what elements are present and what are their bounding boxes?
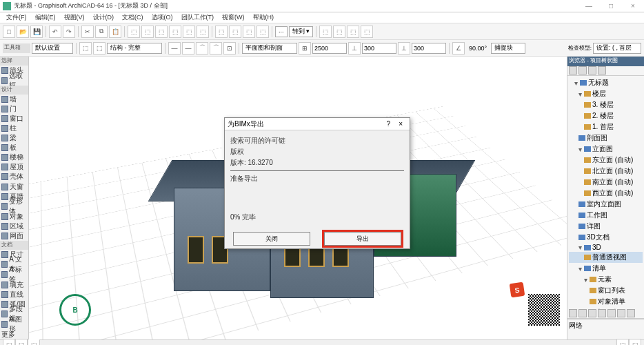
- line-icon[interactable]: —: [182, 42, 194, 55]
- nav-icon[interactable]: [627, 309, 635, 317]
- tool-window[interactable]: 窗口: [0, 114, 28, 124]
- tree-elev[interactable]: 北立面 (自动): [569, 166, 643, 177]
- dropdown[interactable]: ···: [275, 26, 288, 37]
- tool-object[interactable]: 对象: [0, 212, 28, 221]
- pos-combo[interactable]: 设置: ( , 首层: [593, 43, 641, 54]
- menu-options[interactable]: 选项(O): [148, 13, 177, 22]
- tool-marquee[interactable]: 选取框: [0, 75, 28, 86]
- nav-icon[interactable]: [578, 309, 587, 317]
- tree-sections[interactable]: 剖面图: [569, 132, 643, 144]
- tool-icon[interactable]: ⬚: [169, 26, 181, 38]
- tool-skylight[interactable]: 天窗: [0, 182, 28, 192]
- open-icon[interactable]: 📂: [17, 26, 29, 38]
- tool-icon[interactable]: ⬚: [141, 26, 154, 38]
- tool-slab[interactable]: 板: [0, 143, 28, 152]
- tree-elev[interactable]: 南立面 (自动): [569, 177, 643, 188]
- tool-icon[interactable]: ⬚: [215, 26, 228, 38]
- tree-3ddoc[interactable]: 3D文档: [569, 232, 643, 243]
- line-icon[interactable]: ⌒: [210, 42, 222, 55]
- tree-3d[interactable]: ▾3D: [569, 243, 643, 252]
- nav-icon[interactable]: [588, 66, 596, 75]
- menu-teamwork[interactable]: 团队工作(T): [178, 13, 218, 22]
- menu-file[interactable]: 文件(F): [3, 13, 30, 22]
- tool-stair[interactable]: 楼梯: [0, 152, 28, 162]
- save-icon[interactable]: 💾: [30, 26, 43, 38]
- value-input-3[interactable]: [412, 43, 446, 54]
- tool-fill[interactable]: 填充: [0, 280, 28, 290]
- default-settings[interactable]: 默认设置: [32, 43, 73, 54]
- tool-icon[interactable]: ⬚: [128, 26, 140, 38]
- nav-icon[interactable]: [598, 66, 606, 75]
- structure-combo[interactable]: 结构 - 完整: [107, 43, 162, 54]
- close-button[interactable]: 关闭: [233, 232, 310, 246]
- tool-drawing[interactable]: A 图形: [0, 319, 28, 330]
- tool-door[interactable]: 门: [0, 104, 28, 114]
- menu-design[interactable]: 设计(D): [90, 13, 118, 22]
- dim-icon[interactable]: ⊥: [348, 42, 361, 55]
- dialog-close-button[interactable]: ×: [394, 120, 407, 128]
- nav-icon[interactable]: [588, 309, 596, 317]
- tree-3dview[interactable]: 普通透视图: [569, 252, 643, 263]
- status-icon[interactable]: ⬚: [15, 339, 28, 346]
- paste-icon[interactable]: 📋: [109, 26, 121, 38]
- line-icon[interactable]: —: [168, 42, 181, 55]
- value-input-2[interactable]: [362, 43, 396, 54]
- export-button[interactable]: 导出: [324, 232, 401, 246]
- menu-edit[interactable]: 编辑(E): [32, 13, 59, 22]
- menu-view[interactable]: 视图(V): [61, 13, 88, 22]
- tree-root[interactable]: ▾无标题: [569, 77, 643, 88]
- tree-elevations[interactable]: ▾立面图: [569, 144, 643, 155]
- dialog-help-button[interactable]: ?: [383, 120, 395, 128]
- tool-wall[interactable]: 墙: [0, 95, 28, 104]
- tree-details[interactable]: 详图: [569, 221, 643, 232]
- tool-icon[interactable]: ⬚: [333, 26, 345, 38]
- navigate-dropdown[interactable]: 转到 ▾: [289, 26, 314, 37]
- dim-icon[interactable]: ⊥: [398, 42, 410, 55]
- status-icon[interactable]: ⬚: [616, 339, 629, 346]
- tool-icon[interactable]: ⬚: [229, 26, 241, 38]
- snap-combo[interactable]: 捕捉块: [491, 43, 525, 54]
- tree-interior[interactable]: 室内立面图: [569, 199, 643, 210]
- redo-icon[interactable]: ↷: [63, 26, 75, 38]
- minimize-button[interactable]: —: [581, 2, 597, 10]
- tree-floors[interactable]: ▾楼层: [569, 88, 643, 99]
- tool-mesh[interactable]: 网面: [0, 231, 28, 241]
- nav-icon[interactable]: [578, 66, 587, 75]
- line-icon[interactable]: ⊡: [223, 42, 236, 55]
- tool-line[interactable]: 直线: [0, 290, 28, 299]
- tool-shell[interactable]: 壳体: [0, 172, 28, 181]
- tool-icon[interactable]: ⬚: [256, 26, 269, 38]
- tree-sched[interactable]: 对象清单: [569, 296, 643, 307]
- tree-floor[interactable]: 1. 首层: [569, 121, 643, 132]
- tool-icon[interactable]: ⬚: [79, 42, 92, 55]
- tool-roof[interactable]: 屋顶: [0, 162, 28, 172]
- value-input-1[interactable]: [312, 43, 347, 54]
- tool-icon[interactable]: ⬚: [183, 26, 195, 38]
- menu-doc[interactable]: 文档(C): [119, 13, 147, 22]
- tree-element[interactable]: ▾元素: [569, 274, 643, 285]
- status-icon[interactable]: ⬚: [629, 339, 641, 346]
- maximize-button[interactable]: □: [603, 2, 619, 10]
- tree-floor[interactable]: 3. 楼层: [569, 99, 643, 110]
- cut-icon[interactable]: ✂: [81, 26, 94, 38]
- tree-schedules[interactable]: ▾清单: [569, 263, 643, 274]
- tool-beam[interactable]: 梁: [0, 133, 28, 143]
- copy-icon[interactable]: ⧉: [95, 26, 108, 38]
- nav-icon[interactable]: [607, 309, 616, 317]
- tool-icon[interactable]: ⬚: [93, 42, 105, 55]
- tree-elev[interactable]: 西立面 (自动): [569, 188, 643, 199]
- tool-icon[interactable]: ⬚: [243, 26, 255, 38]
- nav-icon[interactable]: [617, 309, 625, 317]
- nav-icon[interactable]: [569, 309, 577, 317]
- close-button[interactable]: ×: [625, 2, 641, 10]
- tool-zone[interactable]: 区域: [0, 221, 28, 231]
- tool-icon[interactable]: ⬚: [347, 26, 359, 38]
- new-icon[interactable]: □: [3, 26, 15, 38]
- tool-icon[interactable]: ⬚: [197, 26, 209, 38]
- line-icon[interactable]: ⌒: [196, 42, 208, 55]
- menu-help[interactable]: 帮助(H): [250, 13, 278, 22]
- project-tree[interactable]: ▾无标题 ▾楼层 3. 楼层 2. 楼层 1. 首层 剖面图 ▾立面图 东立面 …: [567, 76, 644, 309]
- tree-floor[interactable]: 2. 楼层: [569, 110, 643, 121]
- tree-elev[interactable]: 东立面 (自动): [569, 155, 643, 166]
- tree-sched[interactable]: 窗口列表: [569, 285, 643, 296]
